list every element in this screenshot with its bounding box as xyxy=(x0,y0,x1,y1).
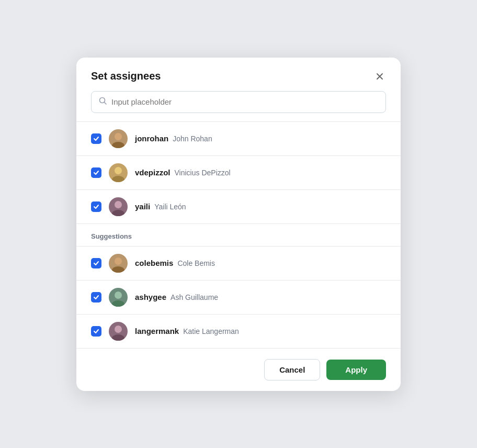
svg-point-10 xyxy=(112,300,124,307)
checkbox-langermank[interactable] xyxy=(91,326,101,337)
avatar-vdepizzol xyxy=(109,163,128,182)
list-item[interactable]: ashygee Ash Guillaume xyxy=(76,281,401,315)
user-info-yaili: yaili Yaili León xyxy=(135,202,386,211)
username-langermank: langermank xyxy=(135,327,179,335)
svg-point-9 xyxy=(115,292,122,299)
avatar-yaili xyxy=(109,197,128,216)
user-info-colebemis: colebemis Cole Bemis xyxy=(135,259,386,267)
svg-point-7 xyxy=(115,257,122,265)
username-jonrohan: jonrohan xyxy=(135,134,168,143)
fullname-colebemis: Cole Bemis xyxy=(177,259,215,267)
set-assignees-dialog: Set assignees xyxy=(76,58,401,391)
apply-button[interactable]: Apply xyxy=(326,360,386,380)
avatar-ashygee xyxy=(109,288,128,307)
user-info-langermank: langermank Katie Langerman xyxy=(135,327,386,335)
search-input-container xyxy=(91,91,386,113)
checkbox-ashygee[interactable] xyxy=(91,292,101,303)
svg-point-2 xyxy=(112,142,124,148)
username-vdepizzol: vdepizzol xyxy=(135,168,171,177)
list-item[interactable]: yaili Yaili León xyxy=(76,190,401,223)
suggestions-list: colebemis Cole Bemis ashygee Ash Guillau… xyxy=(76,247,401,348)
checkbox-vdepizzol[interactable] xyxy=(91,167,101,178)
list-item[interactable]: langermank Katie Langerman xyxy=(76,315,401,348)
svg-point-1 xyxy=(115,133,122,140)
user-info-ashygee: ashygee Ash Guillaume xyxy=(135,293,386,301)
cancel-button[interactable]: Cancel xyxy=(264,359,320,380)
checkbox-yaili[interactable] xyxy=(91,201,101,212)
checkbox-jonrohan[interactable] xyxy=(91,133,101,144)
username-yaili: yaili xyxy=(135,202,150,211)
svg-point-4 xyxy=(112,176,124,182)
svg-point-6 xyxy=(112,210,124,216)
svg-point-12 xyxy=(112,334,124,341)
list-item[interactable]: vdepizzol Vinicius DePizzol xyxy=(76,156,401,190)
svg-point-3 xyxy=(115,167,122,174)
svg-point-11 xyxy=(115,326,122,333)
fullname-langermank: Katie Langerman xyxy=(183,327,239,335)
avatar-jonrohan xyxy=(109,129,128,148)
selected-users-list: jonrohan John Rohan vdepizzol Vinicius D… xyxy=(76,122,401,223)
suggestions-header: Suggestions xyxy=(76,224,401,246)
username-colebemis: colebemis xyxy=(135,259,173,267)
svg-point-8 xyxy=(112,266,124,273)
fullname-yaili: Yaili León xyxy=(154,203,186,211)
user-info-jonrohan: jonrohan John Rohan xyxy=(135,134,386,143)
list-item[interactable]: colebemis Cole Bemis xyxy=(76,247,401,281)
avatar-langermank xyxy=(109,322,128,341)
search-icon xyxy=(99,97,107,107)
fullname-ashygee: Ash Guillaume xyxy=(171,293,218,301)
dialog-header: Set assignees xyxy=(76,58,401,91)
fullname-jonrohan: John Rohan xyxy=(173,135,212,143)
avatar-colebemis xyxy=(109,254,128,273)
dialog-title: Set assignees xyxy=(91,70,161,82)
fullname-vdepizzol: Vinicius DePizzol xyxy=(175,169,231,177)
username-ashygee: ashygee xyxy=(135,293,166,301)
search-input[interactable] xyxy=(111,97,378,106)
svg-point-5 xyxy=(115,201,122,208)
dialog-footer: Cancel Apply xyxy=(76,348,401,391)
suggestions-label: Suggestions xyxy=(91,232,132,240)
list-item[interactable]: jonrohan John Rohan xyxy=(76,122,401,156)
close-button[interactable] xyxy=(373,70,386,83)
checkbox-colebemis[interactable] xyxy=(91,258,101,268)
user-info-vdepizzol: vdepizzol Vinicius DePizzol xyxy=(135,168,386,177)
search-wrapper xyxy=(76,91,401,121)
